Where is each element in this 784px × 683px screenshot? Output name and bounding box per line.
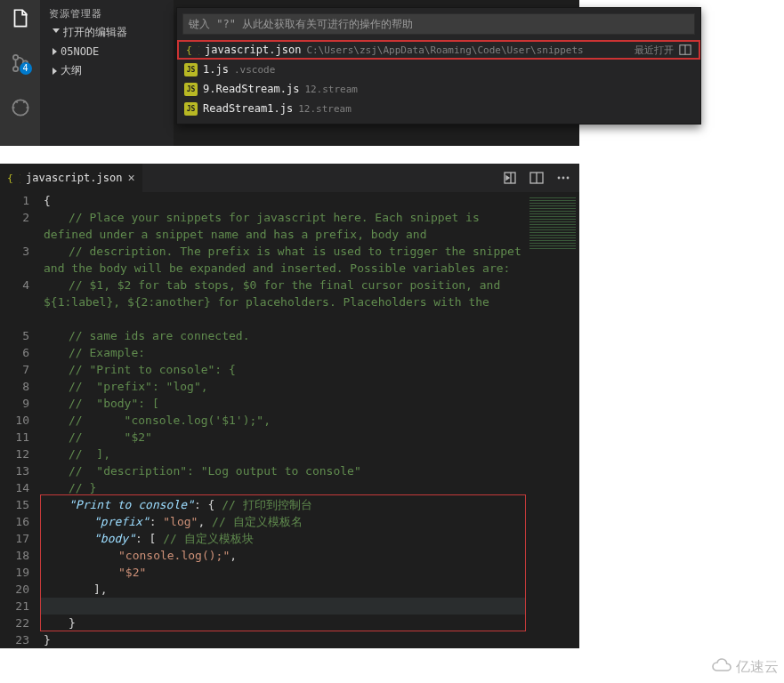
line-number: 9: [0, 395, 29, 412]
sidebar-folder-05node[interactable]: 05NODE: [40, 43, 174, 60]
json-icon: { }: [7, 172, 20, 185]
svg-point-1: [12, 67, 17, 71]
code-line[interactable]: {: [44, 192, 526, 209]
code-line[interactable]: // "body": [: [44, 395, 526, 412]
js-icon: JS: [184, 63, 198, 76]
svg-point-0: [12, 55, 17, 60]
tab-javascript-json[interactable]: { } javascript.json ×: [0, 164, 142, 192]
editor-panel: { } javascript.json × 123456789101112131…: [0, 164, 579, 648]
code-area[interactable]: 1234567891011121314151617181920212223 {/…: [0, 192, 579, 648]
quick-open-filename: javascript.json: [205, 44, 301, 56]
tab-actions: [503, 164, 579, 192]
line-number: 17: [0, 530, 29, 547]
quick-open-filename: ReadStream1.js: [203, 102, 293, 115]
code-line[interactable]: // Example:: [44, 344, 526, 361]
explorer-sidebar: 资源管理器 打开的编辑器 05NODE 大纲: [40, 0, 174, 146]
svg-point-3: [12, 100, 28, 115]
js-icon: JS: [184, 102, 198, 116]
minimap[interactable]: [526, 192, 579, 648]
annotation-box: [40, 494, 526, 631]
code-line[interactable]: // "Print to console": {: [44, 361, 526, 378]
quick-open-filename: 9.ReadStream.js: [203, 83, 299, 95]
line-number: 22: [0, 615, 29, 631]
code-line[interactable]: // same ids are connected.: [44, 327, 526, 344]
split-editor-icon[interactable]: [529, 171, 544, 185]
code-line[interactable]: // ],: [44, 446, 526, 462]
explorer-title: 资源管理器: [40, 5, 174, 22]
code-line[interactable]: // $1, $2 for tab stops, $0 for the fina…: [44, 277, 526, 327]
tab-filename: javascript.json: [26, 172, 122, 184]
js-icon: JS: [184, 83, 198, 96]
svg-point-10: [562, 177, 565, 180]
quick-open-placeholder: 键入 "?" 从此处获取有关可进行的操作的帮助: [189, 17, 413, 32]
run-side-icon[interactable]: [503, 171, 517, 185]
svg-point-9: [558, 177, 561, 180]
quick-open-path: 12.stream: [298, 103, 352, 115]
files-icon[interactable]: [9, 7, 32, 30]
svg-text:{ }: { }: [7, 173, 20, 184]
line-number: 10: [0, 412, 29, 429]
quick-open-path: .vscode: [234, 64, 275, 76]
line-number-gutter: 1234567891011121314151617181920212223: [0, 192, 40, 648]
scm-badge: 4: [20, 62, 32, 75]
quick-open-row[interactable]: JS1.js.vscode: [177, 60, 700, 79]
line-number: 6: [0, 344, 29, 361]
code-content[interactable]: {// Place your snippets for javascript h…: [40, 192, 579, 648]
code-line[interactable]: }: [44, 631, 526, 648]
line-number: 13: [0, 462, 29, 479]
debug-icon[interactable]: [9, 96, 32, 119]
quick-open-list: { }javascript.jsonC:\Users\zsj\AppData\R…: [177, 40, 700, 124]
svg-text:{ }: { }: [186, 44, 199, 56]
split-icon[interactable]: [679, 44, 691, 56]
line-number: 1: [0, 192, 29, 209]
quick-open-row[interactable]: JSReadStream1.js12.stream: [177, 99, 700, 118]
line-number: 20: [0, 581, 29, 598]
sidebar-outline[interactable]: 大纲: [40, 60, 174, 81]
code-line[interactable]: // description. The prefix is what is us…: [44, 243, 526, 277]
line-number: 5: [0, 327, 29, 344]
line-number: 23: [0, 631, 29, 648]
source-control-icon[interactable]: 4: [9, 52, 32, 75]
line-number: 2: [0, 209, 29, 243]
line-number: 19: [0, 564, 29, 581]
editor-area-top: 键入 "?" 从此处获取有关可进行的操作的帮助 { }javascript.js…: [174, 0, 579, 146]
sidebar-open-editors[interactable]: 打开的编辑器: [40, 22, 174, 43]
code-line[interactable]: // "description": "Log output to console…: [44, 462, 526, 479]
line-number: 21: [0, 598, 29, 615]
svg-point-11: [567, 177, 570, 180]
line-number: 4: [0, 277, 29, 327]
json-icon: { }: [186, 44, 199, 57]
close-icon[interactable]: ×: [127, 171, 134, 185]
line-number: 11: [0, 429, 29, 446]
activity-bar: 4: [0, 0, 40, 146]
line-number: 7: [0, 361, 29, 378]
quick-open-input[interactable]: 键入 "?" 从此处获取有关可进行的操作的帮助: [182, 13, 695, 35]
quick-open-panel: 键入 "?" 从此处获取有关可进行的操作的帮助 { }javascript.js…: [176, 7, 701, 125]
quick-open-path: C:\Users\zsj\AppData\Roaming\Code\User\s…: [306, 44, 583, 56]
line-number: 14: [0, 479, 29, 496]
explorer-and-quickopen: 4 资源管理器 打开的编辑器 05NODE 大纲 键入 "?" 从此处获取有关可…: [0, 0, 579, 146]
quick-open-row[interactable]: { }javascript.jsonC:\Users\zsj\AppData\R…: [177, 40, 700, 60]
code-line[interactable]: // Place your snippets for javascript he…: [44, 209, 526, 243]
line-number: 3: [0, 243, 29, 277]
line-number: 8: [0, 378, 29, 395]
line-number: 12: [0, 446, 29, 462]
line-number: 16: [0, 513, 29, 530]
code-line[interactable]: // "prefix": "log",: [44, 378, 526, 395]
quick-open-filename: 1.js: [203, 63, 229, 76]
tab-bar: { } javascript.json ×: [0, 164, 579, 192]
quick-open-row[interactable]: JS9.ReadStream.js12.stream: [177, 79, 700, 99]
code-line[interactable]: // "console.log('$1');",: [44, 412, 526, 429]
more-icon[interactable]: [556, 171, 570, 185]
code-line[interactable]: // "$2": [44, 429, 526, 446]
line-number: 18: [0, 547, 29, 564]
quick-open-hint: 最近打开: [634, 44, 674, 57]
quick-open-path: 12.stream: [304, 84, 358, 95]
line-number: 15: [0, 496, 29, 513]
